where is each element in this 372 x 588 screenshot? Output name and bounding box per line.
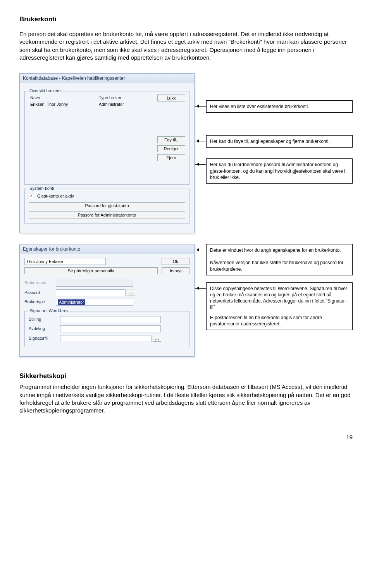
- guest-password-button[interactable]: Passord for gjest-konto: [29, 202, 185, 209]
- group-signature: Signatur i Word-brev: [28, 308, 70, 313]
- guest-account-label: Gjest-konto er aktiv: [37, 194, 74, 198]
- admin-password-button[interactable]: Passord for Administratorkonto: [29, 211, 185, 218]
- annotation-word-signature-text: Disse opplysningene benyttes til Word-br…: [210, 285, 349, 311]
- heading-brukerkonti: Brukerkonti: [19, 15, 353, 23]
- usertype-field[interactable]: Administrator: [56, 299, 133, 306]
- close-button[interactable]: Lukk: [157, 95, 185, 101]
- annotation-word-signature: Disse opplysningene benyttes til Word-br…: [206, 282, 353, 330]
- label-stilling: Stilling: [29, 317, 59, 322]
- col-type: Type bruker: [97, 95, 153, 101]
- col-navn: Navn: [29, 95, 97, 101]
- heading-sikkerhetskopi: Sikkerhetskopi: [19, 372, 353, 380]
- password-browse-button[interactable]: ...: [127, 289, 135, 296]
- window2-title: Egenskaper for brukerkonto: [20, 244, 194, 254]
- table-row[interactable]: Eriksen, Thor Jonny Administrator: [29, 101, 153, 108]
- remove-button[interactable]: Fjern: [157, 154, 185, 161]
- window-title: Kontaktdatabase - Kapellveien habiliteri…: [20, 74, 194, 83]
- annotation-epost: E-postadressen til en brukerkonto angis …: [210, 315, 349, 327]
- footer-paragraph: Programmet inneholder ingen funksjoner f…: [19, 383, 353, 414]
- label-signaturfil: Signaturfil: [29, 336, 59, 340]
- personalia-button[interactable]: Se på/rediger personalia: [24, 267, 158, 274]
- username-field: [56, 280, 133, 287]
- add-button[interactable]: Føy til..: [157, 136, 185, 143]
- window-account-properties: Egenskaper for brukerkonto Thor Jonny Er…: [19, 244, 195, 357]
- label-passord: Passord: [24, 290, 55, 295]
- annotation-properties-window: Dette er vinduet hvor du angir egenskape…: [206, 244, 353, 275]
- annotation-list: Her vises en liste over eksisterende bru…: [206, 100, 353, 113]
- cell-type: Administrator: [97, 101, 153, 108]
- edit-button[interactable]: Rediger: [157, 145, 185, 152]
- label-brukertype: Brukertype: [24, 299, 55, 304]
- intro-paragraph: En person det skal opprettes en brukerko…: [19, 30, 353, 62]
- annotation-passwords: Her kan du tilordne/endre passord til Ad…: [206, 158, 353, 184]
- signaturfil-browse-button[interactable]: ...: [153, 335, 161, 342]
- page-number: 19: [19, 434, 353, 440]
- label-avdeling: Avdeling: [29, 326, 59, 331]
- window-users-overview: Kontaktdatabase - Kapellveien habiliteri…: [19, 73, 195, 233]
- label-brukernavn: Brukernavn: [24, 280, 55, 285]
- cell-navn: Eriksen, Thor Jonny: [29, 101, 97, 108]
- group-overview: Oversikt brukere: [28, 88, 62, 93]
- name-field[interactable]: Thor Jonny Eriksen: [24, 258, 106, 265]
- guest-account-checkbox[interactable]: ✓: [29, 194, 34, 199]
- password-field[interactable]: [56, 289, 126, 296]
- group-system-konti: System-konti: [28, 186, 56, 191]
- annotation-add-edit: Her kan du føye til, angi egenskaper og …: [206, 135, 353, 148]
- users-table: Navn Type bruker Eriksen, Thor Jonny Adm…: [29, 95, 153, 107]
- stilling-field[interactable]: [60, 316, 161, 323]
- signaturfil-field[interactable]: [60, 335, 152, 342]
- ok-button[interactable]: Ok: [162, 258, 189, 265]
- avdeling-field[interactable]: [60, 325, 161, 332]
- cancel-button[interactable]: Avbryt: [162, 267, 189, 274]
